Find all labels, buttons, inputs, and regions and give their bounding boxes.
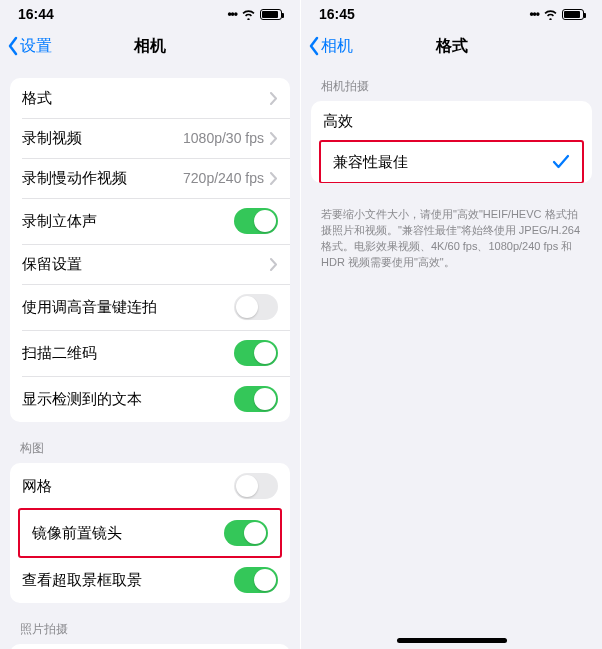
cellular-icon: ••• bbox=[529, 7, 539, 21]
status-time: 16:45 bbox=[319, 6, 355, 22]
row-record-slomo[interactable]: 录制慢动作视频 720p/240 fps bbox=[10, 158, 290, 198]
row-label: 保留设置 bbox=[22, 255, 82, 274]
group-header-photo: 照片拍摄 bbox=[0, 621, 300, 644]
row-label: 高效 bbox=[323, 112, 353, 131]
row-label: 网格 bbox=[22, 477, 52, 496]
row-scan-qr[interactable]: 扫描二维码 bbox=[10, 330, 290, 376]
row-label: 查看超取景框取景 bbox=[22, 571, 142, 590]
row-label: 录制慢动作视频 bbox=[22, 169, 127, 188]
home-indicator[interactable] bbox=[397, 638, 507, 643]
cellular-icon: ••• bbox=[227, 7, 237, 21]
row-detect-text[interactable]: 显示检测到的文本 bbox=[10, 376, 290, 422]
chevron-right-icon bbox=[270, 258, 278, 271]
chevron-right-icon bbox=[270, 132, 278, 145]
status-right: ••• bbox=[227, 7, 282, 21]
row-view-outside[interactable]: 查看超取景框取景 bbox=[10, 557, 290, 603]
group-composition: 网格 镜像前置镜头 查看超取景框取景 bbox=[10, 463, 290, 603]
chevron-left-icon bbox=[307, 36, 321, 56]
row-label: 兼容性最佳 bbox=[333, 153, 408, 172]
switch-stereo[interactable] bbox=[234, 208, 278, 234]
back-button[interactable]: 设置 bbox=[0, 36, 52, 57]
content: 格式 录制视频 1080p/30 fps 录制慢动作视频 720p/240 fp… bbox=[0, 64, 300, 649]
row-preserve[interactable]: 保留设置 bbox=[10, 244, 290, 284]
row-photo-styles[interactable]: 摄影风格 bbox=[10, 644, 290, 649]
chevron-right-icon bbox=[270, 172, 278, 185]
row-label: 格式 bbox=[22, 89, 52, 108]
row-label: 录制视频 bbox=[22, 129, 82, 148]
wifi-icon bbox=[543, 9, 558, 20]
back-button[interactable]: 相机 bbox=[301, 36, 353, 57]
row-formats[interactable]: 格式 bbox=[10, 78, 290, 118]
status-right: ••• bbox=[529, 7, 584, 21]
row-label: 镜像前置镜头 bbox=[32, 524, 122, 543]
row-detail: 1080p/30 fps bbox=[183, 130, 264, 146]
row-most-compatible[interactable]: 兼容性最佳 bbox=[321, 142, 582, 182]
checkmark-icon bbox=[552, 154, 570, 170]
row-detail: 720p/240 fps bbox=[183, 170, 264, 186]
switch-mirror-front[interactable] bbox=[224, 520, 268, 546]
row-stereo[interactable]: 录制立体声 bbox=[10, 198, 290, 244]
formats-screen: 16:45 ••• 相机 格式 相机拍摄 高效 兼容性最佳 若要缩小文件大 bbox=[301, 0, 602, 649]
row-high-efficiency[interactable]: 高效 bbox=[311, 101, 592, 141]
row-label: 录制立体声 bbox=[22, 212, 97, 231]
status-bar: 16:44 ••• bbox=[0, 0, 300, 28]
wifi-icon bbox=[241, 9, 256, 20]
chevron-left-icon bbox=[6, 36, 20, 56]
switch-detect-text[interactable] bbox=[234, 386, 278, 412]
battery-icon bbox=[260, 9, 282, 20]
switch-volume-burst[interactable] bbox=[234, 294, 278, 320]
switch-view-outside[interactable] bbox=[234, 567, 278, 593]
switch-scan-qr[interactable] bbox=[234, 340, 278, 366]
chevron-right-icon bbox=[270, 92, 278, 105]
status-bar: 16:45 ••• bbox=[301, 0, 602, 28]
status-time: 16:44 bbox=[18, 6, 54, 22]
footer-capture-format: 若要缩小文件大小，请使用"高效"HEIF/HEVC 格式拍摄照片和视频。"兼容性… bbox=[301, 201, 602, 271]
highlight-mirror-front: 镜像前置镜头 bbox=[18, 508, 282, 558]
camera-settings-screen: 16:44 ••• 设置 相机 格式 录制视频 1080p/30 fps 录制慢… bbox=[0, 0, 301, 649]
row-label: 扫描二维码 bbox=[22, 344, 97, 363]
row-label: 使用调高音量键连拍 bbox=[22, 298, 157, 317]
group-header-capture: 相机拍摄 bbox=[301, 78, 602, 101]
nav-bar: 设置 相机 bbox=[0, 28, 300, 64]
nav-bar: 相机 格式 bbox=[301, 28, 602, 64]
group-photo: 摄影风格 bbox=[10, 644, 290, 649]
row-record-video[interactable]: 录制视频 1080p/30 fps bbox=[10, 118, 290, 158]
group-main: 格式 录制视频 1080p/30 fps 录制慢动作视频 720p/240 fp… bbox=[10, 78, 290, 422]
battery-icon bbox=[562, 9, 584, 20]
group-capture-format: 高效 兼容性最佳 bbox=[311, 101, 592, 183]
group-header-composition: 构图 bbox=[0, 440, 300, 463]
row-grid[interactable]: 网格 bbox=[10, 463, 290, 509]
row-volume-burst[interactable]: 使用调高音量键连拍 bbox=[10, 284, 290, 330]
back-label: 设置 bbox=[20, 36, 52, 57]
row-mirror-front[interactable]: 镜像前置镜头 bbox=[20, 510, 280, 556]
highlight-most-compatible: 兼容性最佳 bbox=[319, 140, 584, 183]
back-label: 相机 bbox=[321, 36, 353, 57]
switch-grid[interactable] bbox=[234, 473, 278, 499]
row-label: 显示检测到的文本 bbox=[22, 390, 142, 409]
content: 相机拍摄 高效 兼容性最佳 若要缩小文件大小，请使用"高效"HEIF/HEVC … bbox=[301, 64, 602, 649]
